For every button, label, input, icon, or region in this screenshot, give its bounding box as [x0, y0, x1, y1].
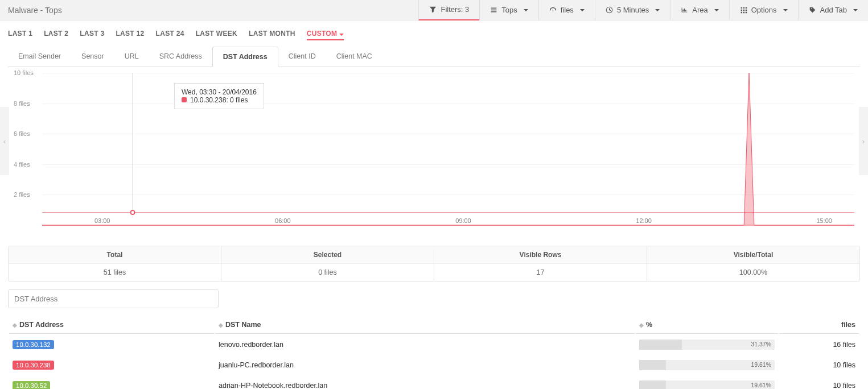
dst-name-cell: juanlu-PC.redborder.lan: [215, 355, 635, 375]
summary-total: Total 51 files: [9, 246, 221, 281]
prev-range-button[interactable]: ‹: [0, 107, 9, 175]
filter-icon: [429, 6, 437, 13]
next-range-button[interactable]: ›: [859, 107, 868, 175]
col-dst-address[interactable]: ◆DST Address: [9, 316, 214, 334]
results-table: ◆DST Address ◆DST Name ◆% files 10.0.30.…: [8, 315, 860, 389]
col-dst-name[interactable]: ◆DST Name: [215, 316, 635, 334]
list-icon: [490, 6, 497, 14]
interval-button[interactable]: 5 Minutes: [595, 0, 670, 20]
area-button[interactable]: Area: [670, 0, 729, 20]
summary-visible-rows: Visible Rows 17: [434, 246, 647, 281]
chart-zone: ‹ › 2 files4 files6 files8 files10 files…: [8, 73, 860, 238]
chevron-down-icon: [524, 9, 528, 11]
files-cell: 10 files: [779, 355, 859, 375]
percent-bar: 19.61%: [639, 380, 775, 389]
summary-ratio: Visible/Total 100.00%: [647, 246, 859, 281]
clock-icon: [606, 6, 613, 14]
table-row[interactable]: 10.0.30.238juanlu-PC.redborder.lan19.61%…: [9, 355, 859, 375]
grid-icon: [740, 6, 747, 14]
sort-icon: ◆: [13, 322, 17, 328]
range-custom[interactable]: CUSTOM: [307, 30, 344, 40]
tab-src-address[interactable]: SRC Address: [149, 47, 212, 67]
sort-icon: ◆: [639, 322, 644, 328]
percent-bar: 31.37%: [639, 340, 775, 350]
range-last-week[interactable]: LAST WEEK: [196, 30, 237, 40]
table-row[interactable]: 10.0.30.52adrian-HP-Notebook.redborder.l…: [9, 376, 859, 389]
series-color-icon: [182, 97, 187, 102]
tooltip-series: 10.0.30.238: 0 files: [182, 96, 257, 104]
files-cell: 10 files: [779, 376, 859, 389]
dimension-tabs: Email SenderSensorURLSRC AddressDST Addr…: [8, 46, 860, 67]
time-ranges: LAST 1LAST 2LAST 3LAST 12LAST 24LAST WEE…: [0, 20, 868, 46]
page-title: Malware - Tops: [0, 6, 418, 15]
range-last-1[interactable]: LAST 1: [8, 30, 32, 40]
dashboard-icon: [549, 6, 557, 14]
range-last-3[interactable]: LAST 3: [80, 30, 104, 40]
tab-sensor[interactable]: Sensor: [71, 47, 114, 67]
range-last-24[interactable]: LAST 24: [156, 30, 184, 40]
tops-button[interactable]: Tops: [479, 0, 538, 20]
range-last-2[interactable]: LAST 2: [44, 30, 68, 40]
filters-button[interactable]: Filters: 3: [418, 0, 479, 20]
chevron-down-icon: [655, 9, 660, 11]
area-chart[interactable]: 2 files4 files6 files8 files10 files03:0…: [14, 73, 854, 225]
chart-icon: [681, 6, 688, 14]
col-files[interactable]: files: [779, 316, 859, 334]
summary-selected: Selected 0 files: [221, 246, 434, 281]
table-header-row: ◆DST Address ◆DST Name ◆% files: [9, 316, 859, 334]
summary-strip: Total 51 files Selected 0 files Visible …: [8, 246, 860, 282]
options-button[interactable]: Options: [729, 0, 798, 20]
col-percent[interactable]: ◆%: [636, 316, 778, 334]
address-chip[interactable]: 10.0.30.132: [13, 340, 54, 349]
address-chip[interactable]: 10.0.30.52: [13, 381, 50, 389]
tab-email-sender[interactable]: Email Sender: [8, 47, 71, 67]
tab-client-mac[interactable]: Client MAC: [326, 47, 382, 67]
topbar: Malware - Tops Filters: 3 Tops files 5 M…: [0, 0, 868, 20]
chart-tooltip: Wed, 03:30 - 20/04/2016 10.0.30.238: 0 f…: [174, 83, 264, 109]
tab-dst-address[interactable]: DST Address: [212, 47, 278, 67]
add-tab-button[interactable]: Add Tab: [798, 0, 868, 20]
sort-icon: ◆: [219, 322, 223, 328]
tag-icon: [809, 6, 816, 14]
table-row[interactable]: 10.0.30.132lenovo.redborder.lan31.37%16 …: [9, 335, 859, 354]
range-last-12[interactable]: LAST 12: [116, 30, 144, 40]
address-chip[interactable]: 10.0.30.238: [13, 361, 54, 370]
dst-name-cell: adrian-HP-Notebook.redborder.lan: [215, 376, 635, 389]
percent-bar: 19.61%: [639, 360, 775, 370]
dst-name-cell: lenovo.redborder.lan: [215, 335, 635, 354]
tooltip-timestamp: Wed, 03:30 - 20/04/2016: [182, 88, 257, 96]
chevron-down-icon: [580, 9, 585, 11]
chevron-down-icon: [783, 9, 788, 11]
files-cell: 16 files: [779, 335, 859, 354]
dst-address-filter-input[interactable]: [8, 289, 219, 308]
tab-client-id[interactable]: Client ID: [278, 47, 326, 67]
range-last-month[interactable]: LAST MONTH: [249, 30, 295, 40]
chevron-down-icon: [714, 9, 719, 11]
files-button[interactable]: files: [538, 0, 595, 20]
chevron-down-icon: [853, 9, 858, 11]
tab-url[interactable]: URL: [114, 47, 149, 67]
